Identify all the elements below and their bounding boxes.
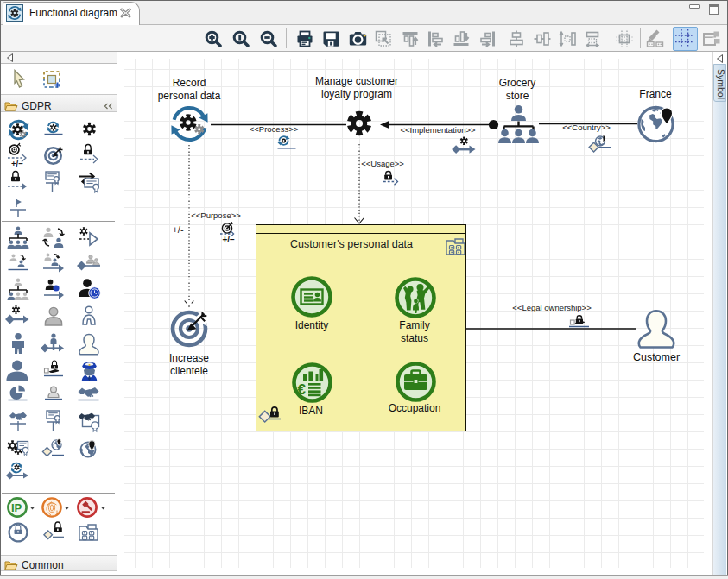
svg-text:+/−: +/− (11, 159, 23, 168)
svg-text:+/−: +/− (223, 235, 236, 244)
svg-text:IP: IP (11, 501, 22, 514)
svg-text:€: € (297, 381, 306, 398)
